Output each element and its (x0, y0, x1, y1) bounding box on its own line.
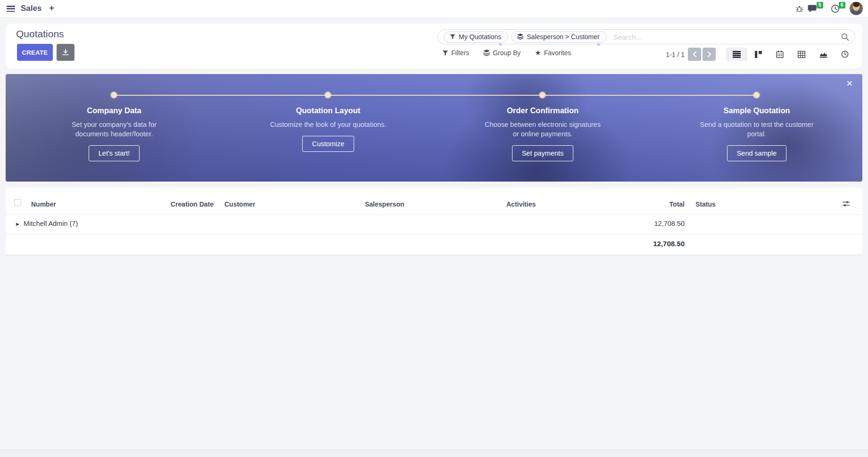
column-header-creation-date[interactable]: Creation Date (171, 200, 214, 208)
step-title: Order Confirmation (467, 106, 618, 115)
calendar-view-icon (776, 50, 784, 58)
send-sample-button[interactable]: Send sample (727, 145, 787, 161)
search-input[interactable]: Search... (613, 33, 841, 41)
group-row-total: 12,708.50 (654, 220, 685, 227)
pager-previous-button[interactable] (688, 48, 701, 61)
view-switcher (726, 48, 856, 61)
kanban-view-button[interactable] (747, 48, 769, 61)
step-dot (539, 92, 546, 98)
bottom-strip (0, 449, 868, 457)
activity-clock-icon (841, 50, 849, 58)
onboarding-step-sample-quotation: Sample Quotation Send a quotation to tes… (681, 106, 832, 161)
group-by-label: Group By (493, 49, 521, 57)
user-avatar[interactable] (849, 1, 863, 16)
banner-close-icon[interactable]: ✕ (846, 79, 853, 89)
app-name[interactable]: Sales (21, 4, 41, 13)
step-dot (753, 92, 760, 98)
calendar-view-button[interactable] (769, 48, 791, 61)
column-header-salesperson[interactable]: Salesperson (365, 200, 404, 208)
filter-icon (442, 50, 448, 56)
column-header-status[interactable]: Status (695, 200, 716, 208)
facet-remove-icon[interactable]: ✕ (498, 42, 502, 47)
new-tab-plus-icon[interactable]: + (49, 3, 54, 13)
onboarding-step-company-data: Company Data Set your company's data for… (39, 106, 190, 161)
step-title: Sample Quotation (681, 106, 832, 115)
facet-remove-icon[interactable]: ✕ (596, 42, 600, 47)
favorites-label: Favorites (544, 49, 571, 57)
lets-start-button[interactable]: Let's start! (89, 145, 140, 161)
list-footer-total: 12,708.50 (653, 240, 685, 248)
group-row-label[interactable]: Mitchell Admin (7) (24, 220, 78, 227)
pager-next-button[interactable] (703, 48, 716, 61)
step-description: Send a quotation to test the customer po… (698, 120, 816, 139)
search-icon[interactable] (841, 33, 849, 41)
column-header-number[interactable]: Number (31, 200, 56, 208)
step-dot (325, 92, 331, 98)
facet-label: Salesperson > Customer (527, 33, 599, 41)
search-facet-my-quotations: My Quotations ✕ (444, 31, 508, 43)
list-view-icon (733, 51, 741, 58)
chevron-left-icon (693, 51, 697, 57)
favorites-menu[interactable]: ★ Favorites (535, 49, 571, 57)
list-view-button[interactable] (726, 48, 747, 61)
activities-count-badge: 6 (839, 2, 845, 8)
layers-icon (483, 50, 490, 56)
messages-count-badge: 5 (817, 2, 823, 8)
export-button[interactable] (57, 44, 74, 61)
select-all-checkbox[interactable] (14, 199, 21, 206)
step-description: Set your company's data for documents he… (55, 120, 173, 139)
step-dot (111, 92, 117, 98)
filters-menu[interactable]: Filters (442, 49, 469, 57)
pager-range: 1-1 / 1 (661, 51, 685, 58)
star-icon: ★ (535, 50, 541, 56)
onboarding-timeline (114, 95, 757, 96)
onboarding-step-order-confirmation: Order Confirmation Choose between electr… (467, 106, 618, 161)
optional-columns-icon[interactable] (842, 200, 850, 208)
messages-icon[interactable] (807, 4, 818, 13)
row-divider (6, 234, 862, 234)
download-icon (62, 49, 69, 56)
group-expand-caret-icon[interactable]: ▶ (16, 222, 19, 226)
customize-button[interactable]: Customize (302, 136, 355, 152)
top-navbar: Sales + 5 6 (0, 0, 868, 18)
row-divider (6, 215, 862, 215)
search-facet-groupby: Salesperson > Customer ✕ (511, 31, 606, 43)
create-button[interactable]: CREATE (17, 44, 53, 61)
group-by-menu[interactable]: Group By (483, 49, 521, 57)
filters-label: Filters (451, 49, 469, 57)
onboarding-step-quotation-layout: Quotation Layout Customize the look of y… (253, 106, 404, 152)
sales-quotations-screen: Sales + 5 6 Quotations (0, 0, 868, 457)
column-header-total[interactable]: Total (670, 200, 685, 208)
filter-icon (450, 34, 455, 40)
step-description: Choose between electronic signatures or … (484, 120, 602, 139)
column-header-customer[interactable]: Customer (224, 200, 255, 208)
page-title: Quotations (16, 28, 64, 40)
activity-view-button[interactable] (834, 48, 856, 61)
step-title: Company Data (39, 106, 190, 115)
quotations-list (6, 188, 862, 255)
column-header-activities[interactable]: Activities (506, 200, 536, 208)
step-title: Quotation Layout (253, 106, 404, 115)
facet-label: My Quotations (459, 33, 501, 41)
chevron-right-icon (707, 51, 711, 57)
graph-view-button[interactable] (812, 48, 834, 61)
pivot-view-icon (798, 51, 805, 58)
set-payments-button[interactable]: Set payments (512, 145, 574, 161)
debug-bug-icon[interactable] (795, 5, 803, 13)
apps-menu-icon[interactable] (7, 6, 15, 12)
step-description: Customize the look of your quotations. (269, 120, 387, 129)
layers-icon (517, 33, 523, 40)
kanban-view-icon (755, 51, 762, 58)
onboarding-banner: ✕ Company Data Set your company's data f… (6, 74, 862, 182)
graph-view-icon (819, 51, 827, 58)
search-options-row: Filters Group By ★ Favorites (442, 49, 571, 57)
pivot-view-button[interactable] (791, 48, 812, 61)
search-bar[interactable]: My Quotations ✕ Salesperson > Customer ✕… (438, 29, 855, 44)
